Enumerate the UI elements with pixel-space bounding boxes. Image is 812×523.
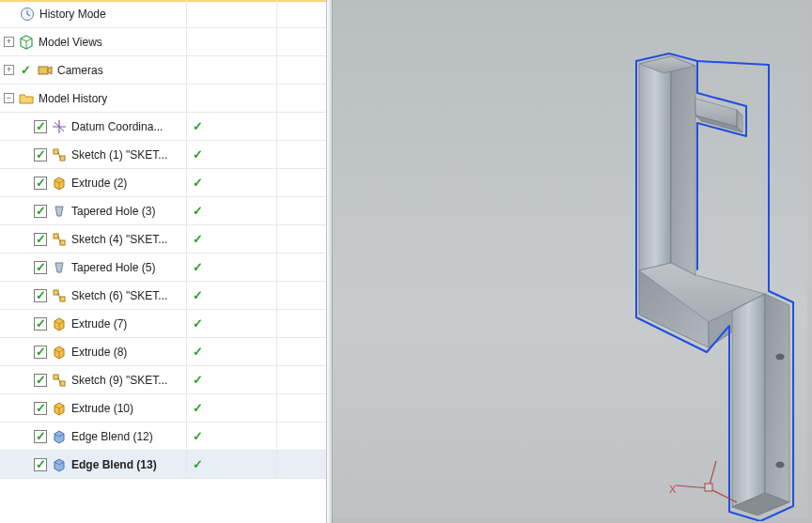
feature-checkbox[interactable]: ✓ bbox=[34, 346, 47, 359]
blend-icon bbox=[51, 456, 68, 473]
tree-item-label: Extrude (7) bbox=[71, 317, 127, 331]
sketch-icon bbox=[51, 287, 68, 304]
svg-point-10 bbox=[776, 354, 784, 360]
axis-x-label: X bbox=[669, 484, 676, 495]
tree-item-label: Extrude (10) bbox=[71, 402, 133, 415]
folder-icon bbox=[18, 90, 35, 107]
feature-checkbox[interactable]: ✓ bbox=[34, 430, 47, 443]
extrude-icon bbox=[51, 315, 68, 332]
status-check-icon: ✓ bbox=[193, 345, 203, 359]
svg-rect-8 bbox=[54, 375, 58, 379]
tree-item-label: Cameras bbox=[57, 64, 103, 77]
feature-checkbox[interactable]: ✓ bbox=[34, 120, 47, 133]
tree-item-feature[interactable]: ✓Extrude (7)✓ bbox=[0, 310, 326, 338]
feature-checkbox[interactable]: ✓ bbox=[34, 233, 47, 246]
status-check-icon: ✓ bbox=[193, 260, 203, 274]
status-check-icon: ✓ bbox=[193, 176, 203, 190]
blend-icon bbox=[51, 428, 68, 445]
tree-item-feature[interactable]: ✓Sketch (4) "SKET...✓ bbox=[0, 225, 326, 254]
3d-scene[interactable]: X bbox=[332, 5, 807, 518]
camera-icon bbox=[37, 62, 54, 79]
sketch-icon bbox=[51, 231, 68, 248]
tree-item-model-views[interactable]: + Model Views bbox=[0, 28, 326, 56]
3d-viewport[interactable]: X bbox=[327, 0, 812, 523]
expand-icon[interactable]: + bbox=[4, 37, 14, 47]
status-check-icon: ✓ bbox=[193, 429, 203, 443]
status-check-icon: ✓ bbox=[193, 204, 203, 218]
tree-item-label: Edge Blend (13) bbox=[71, 458, 157, 471]
tree-item-feature[interactable]: ✓Extrude (2)✓ bbox=[0, 169, 326, 197]
status-check-icon: ✓ bbox=[193, 119, 203, 133]
svg-rect-6 bbox=[54, 290, 58, 295]
expand-icon[interactable]: + bbox=[4, 65, 14, 75]
feature-checkbox[interactable]: ✓ bbox=[34, 402, 47, 415]
status-check-icon: ✓ bbox=[193, 373, 203, 387]
tree-item-label: Edge Blend (12) bbox=[71, 430, 153, 443]
tree-item-label: Model Views bbox=[39, 36, 102, 49]
status-check-icon: ✓ bbox=[193, 232, 203, 246]
status-check-icon: ✓ bbox=[193, 457, 203, 471]
tree-item-feature[interactable]: ✓Tapered Hole (5)✓ bbox=[0, 254, 326, 282]
tree-item-label: Sketch (6) "SKET... bbox=[71, 289, 167, 302]
tree-item-label: Sketch (4) "SKET... bbox=[71, 233, 167, 246]
tree-item-label: Extrude (8) bbox=[71, 346, 127, 359]
tree-item-feature[interactable]: ✓Extrude (10)✓ bbox=[0, 394, 326, 423]
svg-rect-9 bbox=[60, 381, 65, 386]
feature-checkbox[interactable]: ✓ bbox=[34, 289, 47, 302]
tree-item-label: Sketch (1) "SKET... bbox=[71, 148, 167, 162]
extrude-icon bbox=[51, 344, 68, 361]
svg-rect-7 bbox=[60, 297, 65, 301]
sketch-icon bbox=[51, 146, 68, 163]
feature-checkbox[interactable]: ✓ bbox=[34, 261, 47, 274]
feature-checkbox[interactable]: ✓ bbox=[34, 458, 47, 471]
sketch-icon bbox=[51, 372, 68, 389]
feature-checkbox[interactable]: ✓ bbox=[34, 177, 47, 190]
model-tree-panel: History Mode + Model Views + ✓ bbox=[0, 0, 327, 523]
extrude-icon bbox=[51, 175, 68, 192]
extrude-icon bbox=[51, 400, 68, 417]
tree-item-label: Sketch (9) "SKET... bbox=[71, 374, 167, 387]
tree-item-model-history[interactable]: − Model History bbox=[0, 85, 326, 113]
tree-item-feature[interactable]: ✓Sketch (6) "SKET...✓ bbox=[0, 282, 326, 310]
tree-item-feature[interactable]: ✓Datum Coordina...✓ bbox=[0, 113, 326, 141]
tree-item-label: Model History bbox=[39, 92, 107, 105]
cube-views-icon bbox=[18, 34, 35, 51]
tree-item-cameras[interactable]: + ✓ Cameras bbox=[0, 56, 326, 85]
tree-item-label: History Mode bbox=[39, 8, 106, 21]
status-check-icon: ✓ bbox=[193, 288, 203, 302]
tree-item-history-mode[interactable]: History Mode bbox=[0, 0, 326, 28]
svg-rect-1 bbox=[39, 67, 48, 74]
collapse-icon[interactable]: − bbox=[4, 93, 14, 103]
tree-item-label: Tapered Hole (5) bbox=[71, 261, 155, 274]
svg-rect-3 bbox=[60, 156, 65, 161]
feature-checkbox[interactable]: ✓ bbox=[34, 374, 47, 387]
svg-point-11 bbox=[776, 462, 784, 468]
tree-item-feature[interactable]: ✓Extrude (8)✓ bbox=[0, 338, 326, 366]
status-check-icon: ✓ bbox=[193, 316, 203, 331]
model-tree: History Mode + Model Views + ✓ bbox=[0, 0, 326, 479]
tree-item-feature[interactable]: ✓Sketch (1) "SKET...✓ bbox=[0, 141, 326, 169]
hole-icon bbox=[51, 259, 68, 276]
feature-checkbox[interactable]: ✓ bbox=[34, 148, 47, 162]
feature-checkbox[interactable]: ✓ bbox=[34, 205, 47, 218]
svg-rect-12 bbox=[705, 484, 712, 491]
check-icon: ✓ bbox=[18, 63, 33, 78]
tree-item-feature[interactable]: ✓Edge Blend (12)✓ bbox=[0, 423, 326, 451]
tree-item-feature[interactable]: ✓Edge Blend (13)✓ bbox=[0, 451, 326, 479]
svg-rect-4 bbox=[54, 234, 58, 238]
feature-checkbox[interactable]: ✓ bbox=[34, 317, 47, 331]
tree-item-feature[interactable]: ✓Tapered Hole (3)✓ bbox=[0, 197, 326, 225]
status-check-icon: ✓ bbox=[193, 401, 203, 415]
3d-part-model[interactable] bbox=[596, 33, 812, 521]
tree-item-label: Tapered Hole (3) bbox=[71, 205, 155, 218]
svg-rect-2 bbox=[54, 149, 58, 154]
tree-item-label: Datum Coordina... bbox=[71, 120, 163, 133]
tree-item-feature[interactable]: ✓Sketch (9) "SKET...✓ bbox=[0, 366, 326, 394]
tree-item-label: Extrude (2) bbox=[71, 177, 127, 190]
clock-icon bbox=[19, 6, 36, 23]
svg-rect-5 bbox=[60, 240, 65, 245]
status-check-icon: ✓ bbox=[193, 147, 203, 162]
hole-icon bbox=[51, 203, 68, 220]
datum-icon bbox=[51, 118, 68, 135]
